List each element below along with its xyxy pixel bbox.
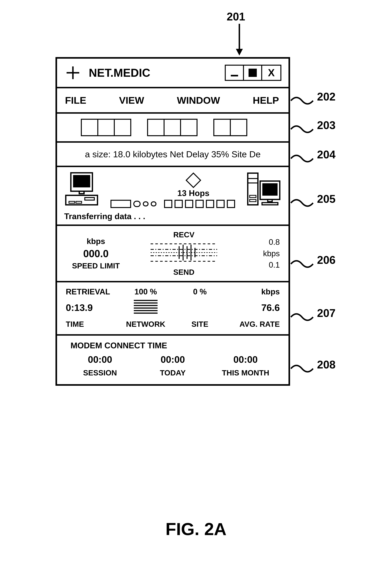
hop-segment — [111, 200, 131, 208]
svg-rect-5 — [73, 175, 90, 187]
toolbar-button[interactable] — [114, 119, 131, 136]
hop-segment — [206, 200, 214, 208]
network-label: NETWORK — [120, 320, 171, 328]
callout-206: 206 — [317, 254, 336, 266]
modem-pane: MODEM CONNECT TIME 00:00 SESSION 00:00 T… — [57, 336, 289, 384]
menubar: FILE VIEW WINDOW HELP — [57, 88, 289, 114]
time-label: TIME — [66, 320, 117, 328]
speed-unit: kbps — [66, 237, 126, 246]
toolbar-button[interactable] — [147, 119, 165, 136]
toolbar-button[interactable] — [81, 119, 98, 136]
speed-limit-label: SPEED LIMIT — [66, 261, 126, 270]
figure-label: FIG. 2A — [0, 519, 392, 539]
callout-204: 204 — [317, 148, 336, 161]
modem-title: MODEM CONNECT TIME — [70, 341, 280, 350]
rate-unit: kbps — [228, 287, 280, 296]
data-pane: 13 Hops — [57, 167, 289, 226]
toolbar-group-3 — [213, 119, 247, 136]
recv-label: RECV — [126, 230, 242, 239]
toolbar-button[interactable] — [180, 119, 197, 136]
callout-curve-icon — [290, 151, 314, 166]
speed-pane: kbps 000.0 SPEED LIMIT RECV — [57, 226, 289, 282]
svg-rect-18 — [268, 199, 272, 202]
callout-curve-icon — [290, 122, 314, 136]
plus-icon — [66, 66, 80, 80]
hop-segment — [227, 200, 235, 208]
svg-rect-9 — [69, 201, 75, 203]
send-value: 0.1 — [242, 260, 280, 269]
hop-segment — [175, 200, 183, 208]
retrieval-title: RETRIEVAL — [66, 287, 117, 296]
site-label: SITE — [174, 320, 225, 328]
svg-rect-6 — [79, 191, 84, 194]
retrieval-time-value: 0:13.9 — [66, 302, 117, 313]
callout-208: 208 — [317, 358, 336, 371]
callout-curve-icon — [290, 94, 314, 108]
menu-view[interactable]: VIEW — [119, 95, 144, 106]
status-bar: a size: 18.0 kilobytes Net Delay 35% Sit… — [57, 143, 289, 167]
callout-curve-icon — [290, 257, 314, 271]
maximize-button[interactable] — [244, 66, 262, 80]
diamond-icon — [186, 172, 201, 188]
session-label: SESSION — [66, 368, 134, 377]
svg-rect-19 — [262, 203, 278, 205]
app-title: NET.MEDIC — [89, 66, 150, 79]
server-computer-icon — [247, 171, 281, 208]
avg-rate-label: AVG. RATE — [228, 320, 280, 328]
hop-segment — [164, 200, 172, 208]
toolbar-button[interactable] — [230, 119, 247, 136]
retrieval-pane: RETRIEVAL 100 % 0 % kbps 0:13.9 — [57, 282, 289, 336]
svg-rect-14 — [250, 195, 256, 198]
window-controls: X — [225, 65, 281, 81]
speed-value: 000.0 — [66, 248, 126, 259]
close-button[interactable]: X — [262, 66, 280, 80]
callout-curve-icon — [290, 310, 314, 324]
arrow-down-icon — [235, 24, 244, 57]
hop-segment — [143, 201, 149, 206]
callout-curve-icon — [290, 196, 314, 210]
callout-207: 207 — [317, 307, 336, 319]
toolbar-group-1 — [81, 119, 131, 136]
send-label: SEND — [126, 268, 242, 277]
site-percent: 0 % — [174, 287, 225, 296]
month-value: 00:00 — [211, 354, 280, 365]
hop-segment — [196, 200, 204, 208]
client-computer-icon — [64, 171, 99, 208]
toolbar-button[interactable] — [97, 119, 115, 136]
network-bar-icon — [132, 298, 159, 317]
hop-segment — [185, 200, 193, 208]
session-value: 00:00 — [66, 354, 134, 365]
menu-help[interactable]: HELP — [253, 95, 279, 106]
hop-segment — [151, 201, 156, 206]
minimize-button[interactable] — [226, 66, 244, 80]
callout-202: 202 — [317, 90, 336, 103]
svg-rect-10 — [76, 201, 82, 203]
callout-curve-icon — [290, 361, 314, 376]
menu-file[interactable]: FILE — [65, 95, 86, 106]
recv-value: 0.8 — [242, 238, 280, 247]
callout-203: 203 — [317, 119, 336, 132]
speed-chart-icon — [149, 241, 219, 264]
app-window: NET.MEDIC X FILE VIEW WINDOW HELP — [56, 57, 290, 386]
hops-label: 13 Hops — [177, 188, 210, 198]
transfer-status: Transferring data . . . — [64, 212, 281, 221]
avg-rate-value: 76.6 — [228, 302, 280, 313]
svg-rect-17 — [262, 183, 278, 196]
menu-window[interactable]: WINDOW — [177, 95, 220, 106]
titlebar: NET.MEDIC X — [57, 59, 289, 88]
callout-205: 205 — [317, 193, 336, 205]
toolbar-button[interactable] — [213, 119, 231, 136]
svg-marker-1 — [236, 49, 243, 56]
toolbar-group-2 — [147, 119, 197, 136]
svg-rect-15 — [250, 199, 256, 202]
hop-segment — [133, 201, 140, 207]
hop-trail — [102, 200, 243, 208]
toolbar-button[interactable] — [164, 119, 181, 136]
today-value: 00:00 — [139, 354, 207, 365]
toolbar — [57, 114, 289, 143]
callout-201: 201 — [227, 10, 245, 23]
speed-right-unit: kbps — [242, 249, 280, 258]
hop-segment — [216, 200, 224, 208]
svg-rect-8 — [85, 198, 94, 200]
month-label: THIS MONTH — [211, 368, 280, 377]
